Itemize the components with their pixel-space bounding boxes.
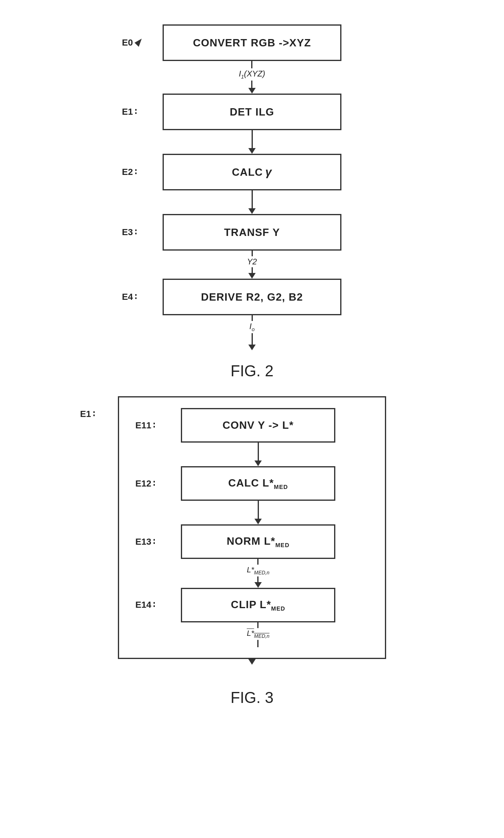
E2-text: E2 bbox=[122, 167, 133, 177]
box-E0: CONVERT RGB ->XYZ bbox=[163, 24, 341, 61]
block-row-E14: E14 ∶ CLIP L*MED bbox=[181, 588, 335, 622]
E2-notch: ∶ bbox=[135, 167, 137, 177]
box-E12-text: CALC L*MED bbox=[228, 477, 288, 490]
outer-label-E1: E1 ∶ bbox=[80, 409, 95, 419]
fig2-title: FIG. 2 bbox=[230, 362, 274, 380]
E13-text: E13 bbox=[135, 537, 151, 547]
E14-notch: ∶ bbox=[153, 600, 155, 610]
arrow-fig3-1 bbox=[254, 443, 262, 466]
block-row-E12: E12 ∶ CALC L*MED bbox=[181, 466, 335, 501]
diagram-container: E0 CONVERT RGB ->XYZ I1(XYZ) E1 ∶ DE bbox=[0, 0, 504, 723]
block-row-E13: E13 ∶ NORM L*MED bbox=[181, 524, 335, 559]
box-E14-text: CLIP L*MED bbox=[231, 598, 285, 612]
box-E2-gamma: γ bbox=[265, 166, 272, 179]
label-E0: E0 bbox=[122, 37, 140, 48]
box-E2: CALC γ bbox=[163, 154, 341, 190]
arrow-fig3-out bbox=[248, 659, 256, 665]
arrow5-label: Io bbox=[250, 322, 255, 332]
box-E4: DERIVE R2, G2, B2 bbox=[163, 279, 341, 315]
box-E3: TRANSF Y bbox=[163, 214, 341, 251]
E0-notch bbox=[133, 39, 141, 47]
label-E14: E14 ∶ bbox=[135, 600, 155, 610]
box-E1-text: DET ILG bbox=[230, 106, 274, 118]
label-E4: E4 ∶ bbox=[122, 292, 137, 302]
arrow-fig2-3 bbox=[248, 190, 256, 214]
E1-text: E1 bbox=[122, 107, 133, 117]
box-E0-text: CONVERT RGB ->XYZ bbox=[193, 37, 311, 49]
box-E4-text: DERIVE R2, G2, B2 bbox=[201, 291, 303, 303]
arrow4-label: Y2 bbox=[247, 257, 257, 266]
label-E2: E2 ∶ bbox=[122, 167, 137, 177]
block-row-E0: E0 CONVERT RGB ->XYZ bbox=[163, 24, 341, 61]
fig2-section: E0 CONVERT RGB ->XYZ I1(XYZ) E1 ∶ DE bbox=[163, 24, 341, 396]
label-E1: E1 ∶ bbox=[122, 107, 137, 117]
block-row-E1: E1 ∶ DET ILG bbox=[163, 94, 341, 130]
E14-text: E14 bbox=[135, 600, 151, 610]
box-E1: DET ILG bbox=[163, 94, 341, 130]
E11-text: E11 bbox=[135, 420, 151, 431]
fig3-wrapper: E1 ∶ E11 ∶ CONV Y -> L* bbox=[118, 396, 386, 677]
arrow-fig3-3: L*MED,n bbox=[247, 559, 269, 588]
outer-E1-text: E1 bbox=[80, 409, 91, 419]
arrow-fig2-1: I1(XYZ) bbox=[239, 61, 265, 94]
label-E12: E12 ∶ bbox=[135, 478, 155, 489]
box-E13-text: NORM L*MED bbox=[227, 535, 289, 548]
E1-notch: ∶ bbox=[135, 107, 137, 117]
fig3-outer-box: E1 ∶ E11 ∶ CONV Y -> L* bbox=[118, 396, 386, 659]
block-row-E11: E11 ∶ CONV Y -> L* bbox=[181, 408, 335, 443]
E3-notch: ∶ bbox=[135, 227, 137, 238]
box-E11-text: CONV Y -> L* bbox=[222, 419, 293, 432]
box-E11: CONV Y -> L* bbox=[181, 408, 335, 443]
box-E13: NORM L*MED bbox=[181, 524, 335, 559]
label-E13: E13 ∶ bbox=[135, 537, 155, 547]
arrow3-fig3-label: L*MED,n bbox=[247, 565, 269, 576]
E0-text: E0 bbox=[122, 37, 133, 48]
E11-notch: ∶ bbox=[153, 420, 155, 431]
outer-E1-notch: ∶ bbox=[93, 409, 95, 419]
E4-text: E4 bbox=[122, 292, 133, 302]
E13-notch: ∶ bbox=[153, 537, 155, 547]
arrow1-label: I1(XYZ) bbox=[239, 69, 265, 80]
box-E3-text: TRANSF Y bbox=[224, 226, 280, 239]
arrow-fig3-4: L*MED,n bbox=[247, 622, 269, 647]
E12-notch: ∶ bbox=[153, 478, 155, 489]
E4-notch: ∶ bbox=[135, 292, 137, 302]
arrow-fig2-4: Y2 bbox=[247, 251, 257, 279]
arrow-fig2-5: Io bbox=[248, 315, 256, 350]
fig3-title: FIG. 3 bbox=[230, 689, 274, 707]
arrow-fig2-2 bbox=[248, 130, 256, 154]
box-E12: CALC L*MED bbox=[181, 466, 335, 501]
block-row-E2: E2 ∶ CALC γ bbox=[163, 154, 341, 190]
label-E11: E11 ∶ bbox=[135, 420, 155, 431]
arrow4-fig3-label: L*MED,n bbox=[247, 629, 269, 639]
arrow-fig3-2 bbox=[254, 501, 262, 524]
box-E14: CLIP L*MED bbox=[181, 588, 335, 622]
E12-text: E12 bbox=[135, 478, 151, 489]
E3-text: E3 bbox=[122, 227, 133, 238]
label-E3: E3 ∶ bbox=[122, 227, 137, 238]
box-E2-text: CALC bbox=[232, 166, 263, 179]
block-row-E4: E4 ∶ DERIVE R2, G2, B2 bbox=[163, 279, 341, 315]
block-row-E3: E3 ∶ TRANSF Y bbox=[163, 214, 341, 251]
